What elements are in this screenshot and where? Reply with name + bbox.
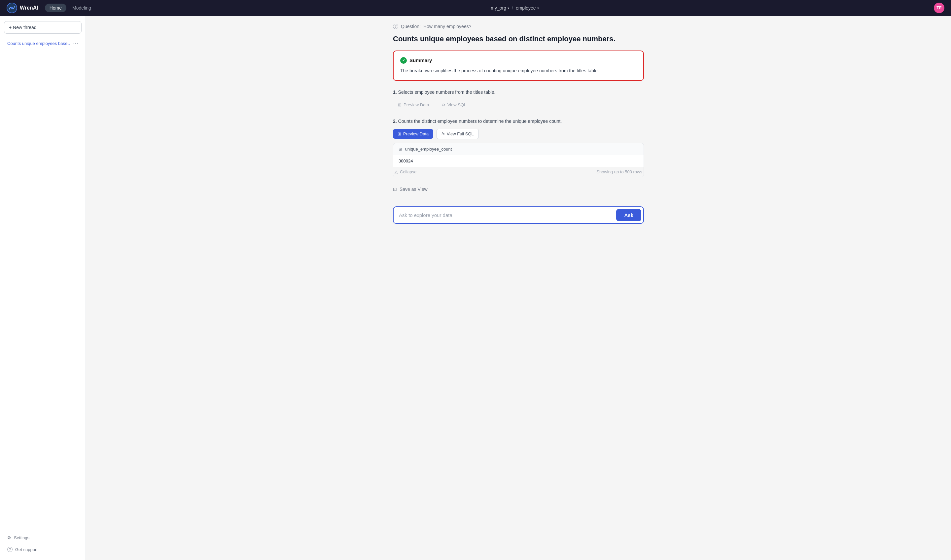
sidebar-item-settings[interactable]: ⚙ Settings <box>4 532 82 543</box>
table-cell-value: 300024 <box>393 155 643 167</box>
step-2-preview-data-button[interactable]: ⊞ Preview Data <box>393 129 433 139</box>
step-1-label: 1. Selects employee numbers from the tit… <box>393 89 644 96</box>
org-chevron-icon: ▾ <box>508 6 509 10</box>
org-name: my_org <box>491 5 506 11</box>
question-header: ? Question: How many employees? <box>393 24 644 29</box>
question-circle-icon: ? <box>393 24 398 29</box>
dataset-chevron-icon: ▾ <box>537 6 539 10</box>
support-label: Get support <box>15 547 38 552</box>
breadcrumb-separator: / <box>512 5 513 11</box>
support-icon: ? <box>7 547 12 552</box>
new-thread-button[interactable]: + New thread <box>4 21 82 34</box>
avatar-initials: TE <box>937 6 942 10</box>
chat-input[interactable] <box>394 208 614 223</box>
layout: + New thread Counts unique employees bas… <box>0 16 951 560</box>
wren-logo-icon <box>7 3 17 13</box>
collapse-icon: △ <box>395 169 398 174</box>
svg-point-1 <box>11 7 13 9</box>
column-icon: ⊞ <box>399 147 402 152</box>
topnav-center: my_org ▾ / employee ▾ <box>102 5 927 11</box>
preview-data-icon: ⊞ <box>398 131 401 136</box>
sidebar: + New thread Counts unique employees bas… <box>0 16 86 560</box>
topnav: WrenAI Home Modeling my_org ▾ / employee… <box>0 0 951 16</box>
rows-info: Showing up to 500 rows <box>596 169 642 174</box>
logo-text: WrenAI <box>20 5 38 11</box>
avatar[interactable]: TE <box>934 3 944 13</box>
fx-icon-2: fx <box>442 131 445 136</box>
content-area: ? Question: How many employees? Counts u… <box>393 24 644 552</box>
step-1-view-sql-button[interactable]: fx View SQL <box>437 100 471 110</box>
chat-input-wrapper: Ask <box>393 206 644 224</box>
question-prefix: Question: <box>401 24 421 29</box>
save-as-view-button[interactable]: ⊡ Save as View <box>393 185 644 193</box>
logo: WrenAI <box>7 3 38 13</box>
settings-label: Settings <box>14 535 29 540</box>
step-2-view-full-sql-button[interactable]: fx View Full SQL <box>437 129 479 139</box>
nav-modeling-button[interactable]: Modeling <box>68 4 96 12</box>
table-header-unique-employee-count: ⊞ unique_employee_count <box>393 143 643 155</box>
step-2: 2. Counts the distinct employee numbers … <box>393 118 644 177</box>
settings-icon: ⚙ <box>7 535 11 540</box>
summary-title: Summary <box>409 57 432 63</box>
table-footer: △ Collapse Showing up to 500 rows <box>393 167 643 177</box>
step-1-actions: ⊞ Preview Data fx View SQL <box>393 100 644 110</box>
org-selector[interactable]: my_org ▾ <box>491 5 509 11</box>
preview-data-table-icon: ⊞ <box>398 102 402 107</box>
chat-input-area: Ask <box>393 206 644 224</box>
step-2-actions: ⊞ Preview Data fx View Full SQL <box>393 129 644 139</box>
more-icon[interactable]: ⋯ <box>73 40 78 46</box>
step-1-preview-data-button[interactable]: ⊞ Preview Data <box>393 100 434 110</box>
summary-text: The breakdown simplifies the process of … <box>400 67 637 74</box>
summary-card: ✓ Summary The breakdown simplifies the p… <box>393 51 644 81</box>
ask-button[interactable]: Ask <box>616 209 641 221</box>
collapse-button[interactable]: △ Collapse <box>395 169 417 174</box>
sidebar-bottom: ⚙ Settings ? Get support <box>4 532 82 555</box>
table-row: 300024 <box>393 155 643 167</box>
data-table-wrapper: ⊞ unique_employee_count 300024 <box>393 143 644 177</box>
nav-home-button[interactable]: Home <box>45 4 66 12</box>
data-table: ⊞ unique_employee_count 300024 <box>393 143 643 167</box>
summary-header: ✓ Summary <box>400 57 637 64</box>
step-2-label: 2. Counts the distinct employee numbers … <box>393 118 644 125</box>
question-text: How many employees? <box>423 24 472 29</box>
topnav-navigation: Home Modeling <box>45 4 96 12</box>
dataset-name: employee <box>516 5 536 11</box>
thread-item[interactable]: Counts unique employees based ... ⋯ <box>4 38 82 49</box>
main-content: ? Question: How many employees? Counts u… <box>86 16 951 560</box>
step-1: 1. Selects employee numbers from the tit… <box>393 89 644 110</box>
fx-icon: fx <box>442 102 445 107</box>
sidebar-item-support[interactable]: ? Get support <box>4 544 82 555</box>
main-title: Counts unique employees based on distinc… <box>393 34 644 44</box>
summary-check-icon: ✓ <box>400 57 407 64</box>
save-view-icon: ⊡ <box>393 186 397 192</box>
thread-label: Counts unique employees based ... <box>7 41 73 46</box>
dataset-selector[interactable]: employee ▾ <box>516 5 539 11</box>
